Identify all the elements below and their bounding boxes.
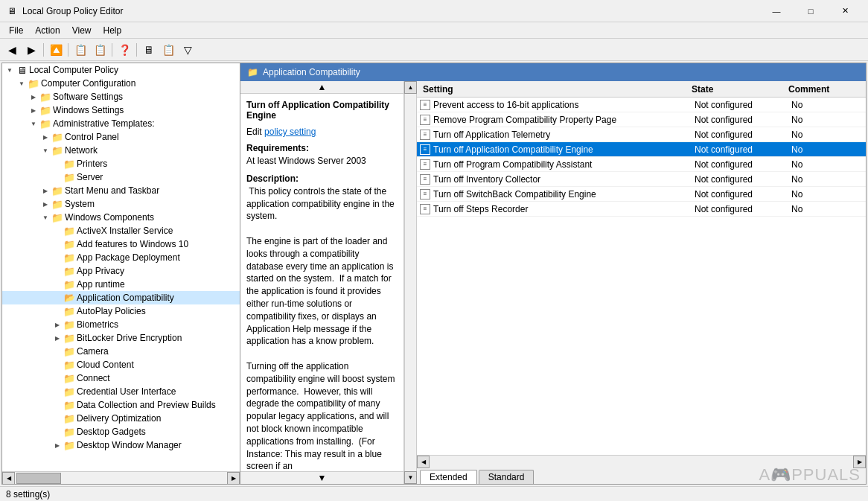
tree-item-app-privacy[interactable]: ▶ 📁 App Privacy xyxy=(2,264,240,278)
tree-label-connect: Connect xyxy=(77,373,110,383)
up-button[interactable]: 🔼 xyxy=(47,42,65,58)
col-header-comment: Comment xyxy=(788,84,863,95)
row-4-comment: No xyxy=(791,144,866,155)
vscroll-down-btn[interactable]: ▼ xyxy=(404,471,417,484)
vscroll-up-btn[interactable]: ▲ xyxy=(404,81,417,94)
tree-item-camera[interactable]: ▶ 📁 Camera xyxy=(2,345,240,358)
tree-content[interactable]: ▼ 🖥 Local Computer Policy ▼ 📁 Computer C… xyxy=(2,63,240,471)
tree-label-start-menu: Start Menu and Taskbar xyxy=(65,185,159,196)
tree-item-delivery-optimization[interactable]: ▶ 📁 Delivery Optimization xyxy=(2,412,240,425)
row-3-state: Not configured xyxy=(695,130,791,140)
detail-scroll-up[interactable]: ▲ xyxy=(240,81,403,94)
menu-help[interactable]: Help xyxy=(98,24,128,37)
row-1-state: Not configured xyxy=(695,100,791,110)
toolbar: ◀ ▶ 🔼 📋 📋 ❓ 🖥 📋 ▽ xyxy=(0,39,868,61)
folder-icon: 📁 xyxy=(63,386,75,398)
tree-item-windows-components[interactable]: ▼ 📁 Windows Components xyxy=(2,211,240,224)
filter-button[interactable]: 📋 xyxy=(159,42,177,58)
detail-scroll-down[interactable]: ▼ xyxy=(240,471,403,484)
tree-item-app-package[interactable]: ▶ 📁 App Package Deployment xyxy=(2,251,240,264)
folder-icon: 📁 xyxy=(63,238,75,250)
tree-item-printers[interactable]: ▶ 📁 Printers xyxy=(2,157,240,170)
folder-icon: 📁 xyxy=(28,77,39,89)
expand-icon: ▶ xyxy=(51,439,63,451)
tree-item-add-features[interactable]: ▶ 📁 Add features to Windows 10 xyxy=(2,237,240,251)
forward-button[interactable]: ▶ xyxy=(22,42,40,58)
hscroll-track[interactable] xyxy=(15,472,227,485)
tree-item-software-settings[interactable]: ▶ 📁 Software Settings xyxy=(2,90,240,103)
tree-item-activex[interactable]: ▶ 📁 ActiveX Installer Service xyxy=(2,224,240,237)
maximize-button[interactable]: □ xyxy=(794,0,828,22)
vscroll-track[interactable] xyxy=(406,94,415,471)
tab-extended[interactable]: Extended xyxy=(420,470,477,484)
detail-policy-setting-link[interactable]: policy setting xyxy=(264,127,316,137)
list-row-6[interactable]: ≡ Turn off Inventory Collector Not confi… xyxy=(417,172,866,187)
row-3-setting: ≡ Turn off Application Telemetry xyxy=(417,130,695,140)
list-hscroll-track[interactable] xyxy=(430,456,853,468)
show-hide-button[interactable]: 📋 xyxy=(71,42,89,58)
hscroll-right-btn[interactable]: ▶ xyxy=(227,472,240,485)
tree-item-computer-configuration[interactable]: ▼ 📁 Computer Configuration xyxy=(2,77,240,90)
row-7-state: Not configured xyxy=(695,189,791,200)
tree-item-bitlocker[interactable]: ▶ 📁 BitLocker Drive Encryption xyxy=(2,331,240,345)
tree-item-autoplay[interactable]: ▶ 📁 AutoPlay Policies xyxy=(2,304,240,318)
hscroll-thumb[interactable] xyxy=(16,473,61,484)
toolbar-separator-1 xyxy=(43,43,44,57)
row-6-comment: No xyxy=(791,174,866,185)
list-hscroll-right[interactable]: ▶ xyxy=(853,456,866,468)
list-header: Setting State Comment xyxy=(417,81,866,98)
tree-item-connect[interactable]: ▶ 📁 Connect xyxy=(2,371,240,385)
folder-icon: 📁 xyxy=(63,439,75,451)
list-row-3[interactable]: ≡ Turn off Application Telemetry Not con… xyxy=(417,127,866,142)
folder-icon: 📁 xyxy=(51,131,63,143)
list-row-1[interactable]: ≡ Prevent access to 16-bit applications … xyxy=(417,98,866,112)
tree-label-cloud-content: Cloud Content xyxy=(77,360,134,370)
folder-icon: 📁 xyxy=(39,118,51,130)
tree-item-server[interactable]: ▶ 📁 Server xyxy=(2,170,240,184)
tree-item-cloud-content[interactable]: ▶ 📁 Cloud Content xyxy=(2,358,240,371)
tree-label-autoplay: AutoPlay Policies xyxy=(77,306,146,316)
folder-icon: 📁 xyxy=(63,305,75,317)
tree-item-data-collection[interactable]: ▶ 📁 Data Collection and Preview Builds xyxy=(2,398,240,412)
tree-item-application-compatibility[interactable]: ▶ 📂 Application Compatibility xyxy=(2,291,240,304)
tree-item-windows-settings[interactable]: ▶ 📁 Windows Settings xyxy=(2,103,240,117)
menu-action[interactable]: Action xyxy=(29,24,66,37)
tree-item-biometrics[interactable]: ▶ 📁 Biometrics xyxy=(2,318,240,331)
list-row-4[interactable]: ≡ Turn off Application Compatibility Eng… xyxy=(417,142,866,157)
tree-item-credential-ui[interactable]: ▶ 📁 Credential User Interface xyxy=(2,385,240,398)
list-content[interactable]: ≡ Prevent access to 16-bit applications … xyxy=(417,98,866,455)
tree-item-system[interactable]: ▶ 📁 System xyxy=(2,197,240,211)
menu-file[interactable]: File xyxy=(3,24,29,37)
list-hscroll-left[interactable]: ◀ xyxy=(417,456,430,468)
row-8-comment: No xyxy=(791,204,866,214)
tree-item-network[interactable]: ▼ 📁 Network xyxy=(2,144,240,157)
row-4-setting: ≡ Turn off Application Compatibility Eng… xyxy=(417,144,695,155)
list-row-8[interactable]: ≡ Turn off Steps Recorder Not configured… xyxy=(417,202,866,217)
tree-item-local-computer-policy[interactable]: ▼ 🖥 Local Computer Policy xyxy=(2,63,240,77)
tree-item-administrative-templates[interactable]: ▼ 📁 Administrative Templates: xyxy=(2,117,240,130)
options-button[interactable]: ▽ xyxy=(179,42,197,58)
properties-button[interactable]: 📋 xyxy=(91,42,109,58)
tree-item-start-menu[interactable]: ▶ 📁 Start Menu and Taskbar xyxy=(2,184,240,197)
tree-item-desktop-window-manager[interactable]: ▶ 📁 Desktop Window Manager xyxy=(2,438,240,452)
minimize-button[interactable]: — xyxy=(759,0,794,22)
tree-label-biometrics: Biometrics xyxy=(77,319,118,330)
list-row-7[interactable]: ≡ Turn off SwitchBack Compatibility Engi… xyxy=(417,187,866,202)
tab-standard[interactable]: Standard xyxy=(479,470,534,484)
tree-item-control-panel[interactable]: ▶ 📁 Control Panel xyxy=(2,130,240,144)
folder-icon: 📁 xyxy=(63,319,75,331)
tree-label-printers: Printers xyxy=(77,159,107,169)
right-content: ▲ Turn off Application Compatibility Eng… xyxy=(240,81,866,484)
help-button[interactable]: ❓ xyxy=(115,42,133,58)
close-button[interactable]: ✕ xyxy=(828,0,862,22)
view-button[interactable]: 🖥 xyxy=(140,42,158,58)
menu-view[interactable]: View xyxy=(66,24,98,37)
list-row-2[interactable]: ≡ Remove Program Compatibility Property … xyxy=(417,112,866,127)
expand-icon: ▶ xyxy=(51,319,63,331)
tree-item-desktop-gadgets[interactable]: ▶ 📁 Desktop Gadgets xyxy=(2,425,240,438)
tree-item-app-runtime[interactable]: ▶ 📁 App runtime xyxy=(2,278,240,291)
list-row-5[interactable]: ≡ Turn off Program Compatibility Assista… xyxy=(417,157,866,172)
back-button[interactable]: ◀ xyxy=(3,42,21,58)
hscroll-left-btn[interactable]: ◀ xyxy=(2,472,15,485)
tree-label-server: Server xyxy=(77,172,103,182)
